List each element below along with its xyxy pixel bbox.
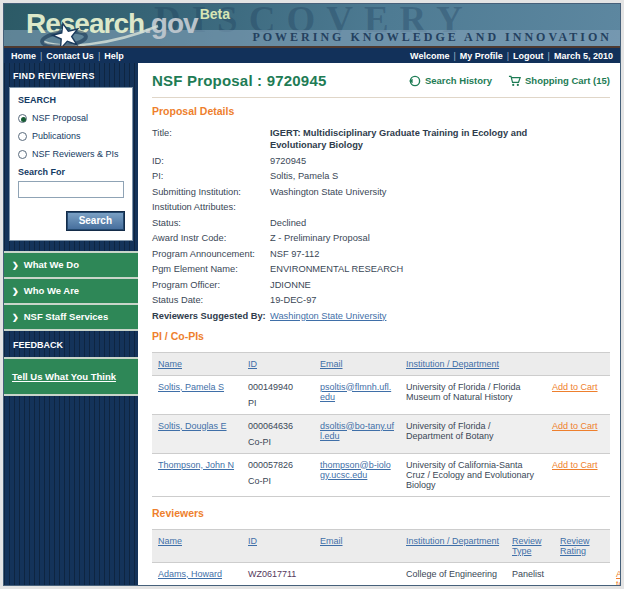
person-name-link[interactable]: Soltis, Douglas E: [158, 421, 227, 431]
detail-row: Award Instr Code:Z - Preliminary Proposa…: [152, 232, 610, 244]
nav-separator: |: [507, 51, 509, 61]
nav-separator: |: [548, 51, 550, 61]
cell-institution: University of Florida / Department of Bo…: [400, 414, 546, 453]
sidebar-item-nsf-staff-services[interactable]: ❯NSF Staff Services: [4, 303, 138, 331]
email-link[interactable]: dsoltis@bo-tany.ufl.edu: [320, 421, 394, 441]
cell-id: 000057826Co-PI: [242, 453, 314, 496]
main-content: NSF Proposal : 9720945 Search History: [138, 63, 620, 585]
page-title: NSF Proposal : 9720945: [152, 72, 326, 89]
nav-link-my-profile[interactable]: My Profile: [460, 51, 503, 61]
cell-name: Soltis, Pamela S: [152, 375, 242, 414]
cell-institution: College of Engineering: [400, 562, 506, 585]
column-header-email[interactable]: Email: [314, 352, 400, 375]
detail-value: Declined: [270, 217, 306, 229]
radio-button-icon[interactable]: [18, 150, 27, 159]
detail-value: Washington State University: [270, 310, 386, 322]
detail-row: Pgm Element Name:ENVIRONMENTAL RESEARCH: [152, 263, 610, 275]
radio-button-icon[interactable]: [18, 114, 27, 123]
cart-icon: [508, 75, 521, 87]
top-nav-left: Home|Contact Us|Help: [11, 51, 124, 61]
column-header-email[interactable]: Email: [314, 529, 400, 562]
column-header-review-rating[interactable]: Review Rating: [554, 529, 610, 562]
column-header-link[interactable]: Review Type: [512, 536, 542, 556]
detail-row: ID:9720945: [152, 155, 610, 167]
cell-review-type: Panelist: [506, 562, 554, 585]
table-header-row: NameIDEmailInstitution / DepartmentRevie…: [152, 529, 610, 562]
detail-value: IGERT: Multidisciplinary Graduate Traini…: [270, 127, 570, 151]
column-header-name[interactable]: Name: [152, 352, 242, 375]
pi-copis-table: NameIDEmailInstitution / DepartmentSolti…: [152, 352, 610, 497]
sidebar-filler: [4, 396, 138, 585]
sidebar: FIND REVIEWERS SEARCH NSF ProposalPublic…: [4, 63, 138, 585]
search-option-nsf-proposal[interactable]: NSF Proposal: [18, 113, 124, 123]
column-header-actions: [546, 352, 610, 375]
table-row: Soltis, Douglas E000064636Co-PIdsoltis@b…: [152, 414, 610, 453]
detail-label: ID:: [152, 155, 270, 167]
column-header-link[interactable]: ID: [248, 536, 257, 546]
search-option-publications[interactable]: Publications: [18, 131, 124, 141]
cell-email: thompson@b-iology.ucsc.edu: [314, 453, 400, 496]
search-history-link[interactable]: Search History: [409, 75, 492, 87]
cell-id: 000064636Co-PI: [242, 414, 314, 453]
column-header-link[interactable]: Review Rating: [560, 536, 590, 556]
search-button[interactable]: Search: [67, 212, 124, 230]
nav-link-welcome[interactable]: Welcome: [410, 51, 449, 61]
shopping-cart-link[interactable]: Shopping Cart (15): [508, 75, 610, 87]
sidebar-item-label: Who We Are: [24, 285, 79, 296]
cell-email: dsoltis@bo-tany.ufl.edu: [314, 414, 400, 453]
cell-institution: University of Florida / Florida Museum o…: [400, 375, 546, 414]
detail-value: 19-DEC-97: [270, 294, 317, 306]
sidebar-item-label: NSF Staff Services: [24, 311, 108, 322]
tell-us-link[interactable]: Tell Us What You Think: [12, 371, 116, 382]
column-header-link[interactable]: Name: [158, 536, 182, 546]
column-header-link[interactable]: Name: [158, 359, 182, 369]
nav-link-logout[interactable]: Logout: [513, 51, 544, 61]
column-header-institution-department[interactable]: Institution / Department: [400, 529, 506, 562]
email-link[interactable]: thompson@b-iology.ucsc.edu: [320, 460, 391, 480]
add-to-cart-link[interactable]: Add to Cart: [552, 460, 598, 470]
nav-link-contact-us[interactable]: Contact Us: [46, 51, 94, 61]
person-name-link[interactable]: Adams, Howard: [158, 569, 222, 579]
column-header-link[interactable]: Institution / Department: [406, 536, 499, 546]
column-header-review-type[interactable]: Review Type: [506, 529, 554, 562]
column-header-link[interactable]: Institution / Department: [406, 359, 499, 369]
detail-row: Status Date:19-DEC-97: [152, 294, 610, 306]
add-to-cart-link[interactable]: Add to Cart: [552, 421, 598, 431]
beta-badge: Beta: [200, 6, 230, 22]
email-link[interactable]: psoltis@flmnh.ufl.edu: [320, 382, 391, 402]
detail-row: Reviewers Suggested By:Washington State …: [152, 310, 610, 322]
feedback-heading: FEEDBACK: [4, 331, 138, 357]
column-header-link[interactable]: Email: [320, 359, 343, 369]
person-id: 000149940: [248, 382, 293, 392]
search-input[interactable]: [18, 181, 124, 198]
column-header-name[interactable]: Name: [152, 529, 242, 562]
search-option-label: NSF Reviewers & PIs: [32, 149, 119, 159]
detail-row: Submitting Institution:Washington State …: [152, 186, 610, 198]
sidebar-item-who-we-are[interactable]: ❯Who We Are: [4, 277, 138, 303]
nav-link-help[interactable]: Help: [104, 51, 124, 61]
person-name-link[interactable]: Soltis, Pamela S: [158, 382, 224, 392]
detail-row: PI:Soltis, Pamela S: [152, 170, 610, 182]
table-row: Adams, HowardWZ0617711College of Enginee…: [152, 562, 610, 585]
radio-button-icon[interactable]: [18, 132, 27, 141]
add-to-cart-link[interactable]: Add to Cart: [552, 382, 598, 392]
column-header-id[interactable]: ID: [242, 529, 314, 562]
search-panel: SEARCH NSF ProposalPublicationsNSF Revie…: [9, 87, 133, 241]
column-header-id[interactable]: ID: [242, 352, 314, 375]
column-header-link[interactable]: ID: [248, 359, 257, 369]
cell-id: 000149940PI: [242, 375, 314, 414]
person-id: 000057826: [248, 460, 293, 470]
search-option-nsf-reviewers-pis[interactable]: NSF Reviewers & PIs: [18, 149, 124, 159]
sidebar-item-what-we-do[interactable]: ❯What We Do: [4, 251, 138, 277]
column-header-link[interactable]: Email: [320, 536, 343, 546]
nav-separator: |: [40, 51, 42, 61]
proposal-details: Title:IGERT: Multidisciplinary Graduate …: [152, 127, 610, 322]
nav-link-home[interactable]: Home: [11, 51, 36, 61]
suggested-by-link[interactable]: Washington State University: [270, 311, 386, 321]
add-to-cart-link[interactable]: Add to Cart: [616, 569, 620, 586]
detail-value: ENVIRONMENTAL RESEARCH: [270, 263, 403, 275]
search-type-options: NSF ProposalPublicationsNSF Reviewers & …: [18, 113, 124, 159]
column-header-institution-department[interactable]: Institution / Department: [400, 352, 546, 375]
cell-add-to-cart: Add to Cart: [546, 414, 610, 453]
person-name-link[interactable]: Thompson, John N: [158, 460, 234, 470]
